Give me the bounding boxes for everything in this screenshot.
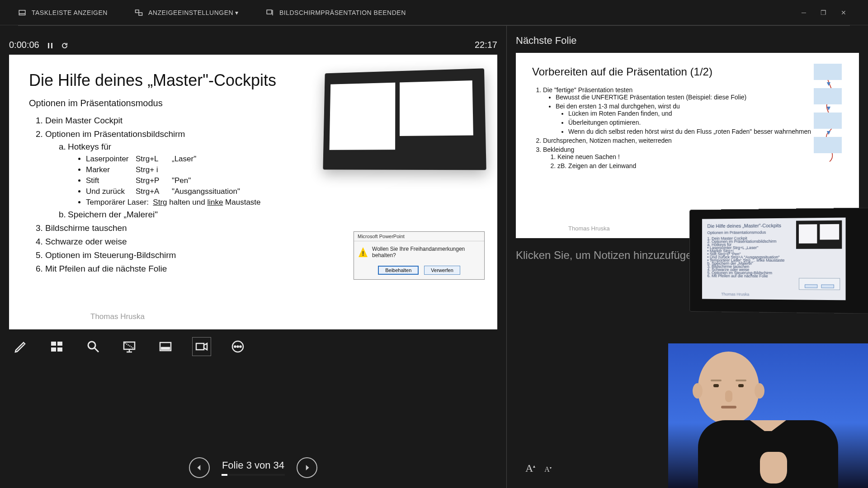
dialog-discard-button[interactable]: Verwerfen: [424, 266, 460, 275]
dialog-message: Wollen Sie Ihre Freihandanmerkungen beha…: [372, 246, 480, 258]
increase-font-button[interactable]: A▴: [525, 462, 535, 474]
svg-rect-19: [161, 347, 170, 349]
slide-counter: Folie 3 von 34: [222, 460, 285, 471]
current-slide[interactable]: Die Hilfe deines „Master"-Cockpits Optio…: [9, 55, 497, 329]
warning-icon: !: [359, 247, 368, 257]
embedded-screenshot: [321, 70, 484, 169]
pen-tool[interactable]: [12, 338, 30, 356]
elapsed-time: 0:00:06: [9, 40, 39, 50]
svg-rect-10: [51, 347, 56, 352]
flow-diagram: ▼ ▼ ▼: [814, 64, 845, 161]
next-slide-heading: Nächste Folie: [516, 35, 859, 47]
taskbar-icon: [18, 9, 26, 17]
show-taskbar-button[interactable]: TASKLEISTE ANZEIGEN: [18, 9, 108, 17]
display-settings-label: ANZEIGEEINSTELLUNGEN ▾: [148, 9, 239, 16]
notes-font-controls: A▴ A▾: [525, 462, 552, 474]
svg-point-22: [234, 346, 236, 347]
show-taskbar-label: TASKLEISTE ANZEIGEN: [32, 9, 108, 16]
slide-author: Thomas Hruska: [90, 312, 145, 321]
close-button[interactable]: ✕: [841, 9, 846, 16]
end-slideshow-label: BILDSCHIRMPRÄSENTATION BEENDEN: [279, 9, 406, 16]
black-screen-tool[interactable]: [120, 338, 138, 356]
more-tools[interactable]: [229, 338, 247, 356]
webcam-feed[interactable]: [668, 343, 868, 488]
svg-point-24: [240, 346, 241, 347]
slide-navigation: Folie 3 von 34: [0, 457, 506, 478]
restart-button[interactable]: [61, 41, 68, 48]
display-settings-button[interactable]: ANZEIGEEINSTELLUNGEN ▾: [135, 9, 239, 17]
svg-line-13: [94, 348, 99, 352]
top-toolbar: TASKLEISTE ANZEIGEN ANZEIGEEINSTELLUNGEN…: [0, 0, 868, 25]
powerpoint-dialog: Microsoft PowerPoint ! Wollen Sie Ihre F…: [354, 231, 485, 280]
svg-rect-7: [51, 43, 52, 48]
zoom-tool[interactable]: [84, 338, 102, 356]
svg-rect-6: [48, 43, 49, 48]
display-icon: [135, 9, 143, 17]
slide-reflection-thumbnail: Die Hilfe deines „Master"-Cockpits Optio…: [689, 208, 868, 314]
next-slide-author: Thomas Hruska: [568, 225, 610, 232]
end-slideshow-button[interactable]: BILDSCHIRMPRÄSENTATION BEENDEN: [266, 9, 406, 17]
svg-point-23: [237, 346, 238, 347]
slide-progress: [222, 474, 285, 476]
pause-button[interactable]: [47, 41, 54, 48]
svg-rect-9: [57, 342, 62, 346]
svg-rect-11: [57, 347, 62, 352]
see-all-slides-tool[interactable]: [48, 338, 66, 356]
timer-row: 0:00:06 22:17: [9, 35, 497, 55]
subtitle-tool[interactable]: [156, 338, 175, 356]
svg-rect-3: [139, 13, 142, 15]
svg-rect-8: [51, 342, 56, 346]
hotkey-temp-laser: Temporärer Laser: Strg halten und linke …: [86, 198, 477, 207]
svg-rect-2: [135, 10, 139, 13]
window-controls: ─ ❐ ✕: [802, 9, 850, 16]
dialog-title: Microsoft PowerPoint: [354, 232, 484, 241]
next-slide-title: Vorbereiten auf die Präsentation (1/2): [532, 66, 843, 78]
clock-time: 22:17: [475, 40, 497, 50]
prev-slide-button[interactable]: [189, 457, 210, 478]
svg-rect-0: [19, 10, 25, 15]
svg-point-12: [88, 342, 95, 349]
svg-rect-4: [267, 10, 272, 14]
next-slide-button[interactable]: [297, 457, 317, 478]
svg-line-17: [125, 343, 134, 348]
dialog-keep-button[interactable]: Beibehalten: [378, 266, 419, 275]
camera-tool[interactable]: [193, 338, 211, 356]
exit-icon: [266, 9, 274, 17]
svg-rect-20: [196, 343, 204, 350]
decrease-font-button[interactable]: A▾: [544, 465, 552, 474]
maximize-button[interactable]: ❐: [821, 9, 826, 16]
minimize-button[interactable]: ─: [802, 9, 806, 16]
presenter-tools: [9, 329, 497, 364]
